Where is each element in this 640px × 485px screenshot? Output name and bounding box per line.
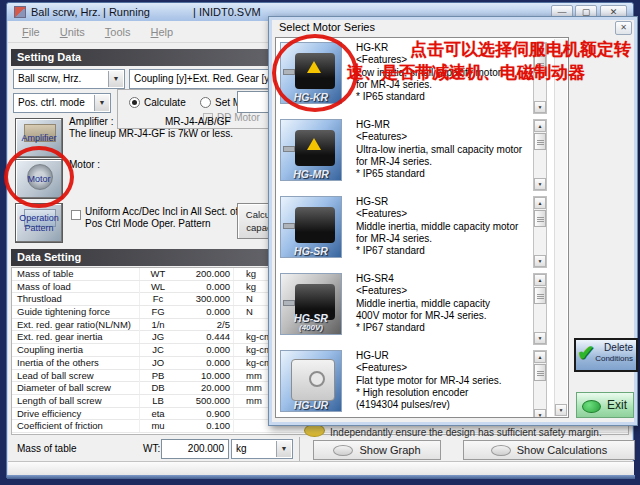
row-value: 0.900 bbox=[176, 408, 234, 420]
mechanism-combobox[interactable]: Ball scrw, Hrz. ▼ bbox=[13, 69, 125, 89]
list-item-hg-sr4[interactable]: HG-SR(400V) HG-SR4 <Features> Middle ine… bbox=[278, 272, 554, 348]
dialog-close-icon[interactable]: ✕ bbox=[615, 21, 632, 35]
scroll-down-icon[interactable]: ▼ bbox=[555, 404, 567, 416]
row-label: Thrustload bbox=[12, 293, 140, 305]
item-scrollbar[interactable]: ▲ ▼ bbox=[533, 119, 547, 191]
edit-unit-value: kg bbox=[236, 443, 247, 454]
row-label: Drive efficiency bbox=[12, 408, 140, 420]
scroll-up-icon[interactable]: ▲ bbox=[534, 274, 546, 286]
show-calculations-label: Show Calculations bbox=[517, 444, 608, 456]
scrollbar-thumb[interactable] bbox=[534, 210, 546, 227]
statusbar bbox=[8, 461, 634, 475]
scrollbar-thumb[interactable] bbox=[534, 364, 546, 381]
edit-value-input[interactable]: 200.000 bbox=[161, 439, 229, 459]
motor-photo-hg-ur[interactable]: HG-UR bbox=[280, 350, 342, 412]
row-symbol: FG bbox=[140, 306, 176, 318]
motor-shaft-icon bbox=[283, 223, 295, 229]
scroll-down-icon[interactable]: ▼ bbox=[534, 101, 546, 113]
mechanism-value: Ball scrw, Hrz. bbox=[18, 73, 81, 84]
row-symbol: WT bbox=[140, 268, 176, 280]
motor-description: HG-UR <Features> Flat type motor for MR-… bbox=[356, 350, 502, 411]
motor-photo-hg-sr4[interactable]: HG-SR(400V) bbox=[280, 273, 342, 335]
delete-conditions-button[interactable]: ✔ Delete Conditions bbox=[574, 338, 638, 372]
item-scrollbar[interactable]: ▲ ▼ bbox=[533, 196, 547, 268]
list-scrollbar[interactable]: ▼ bbox=[554, 39, 567, 416]
row-symbol: mu bbox=[140, 420, 176, 432]
edit-row-label: Mass of table bbox=[17, 443, 76, 454]
annotation-text-line1: 点击可以选择伺服电机额定转 bbox=[410, 38, 631, 61]
operation-pattern-button[interactable]: Operation Pattern bbox=[15, 203, 63, 243]
row-symbol: WL bbox=[140, 281, 176, 293]
scrollbar-thumb[interactable] bbox=[534, 133, 546, 150]
control-mode-value: Pos. ctrl. mode bbox=[18, 97, 85, 108]
show-graph-button[interactable]: Show Graph bbox=[313, 440, 441, 460]
item-scrollbar[interactable]: ▲ ▼ bbox=[533, 350, 547, 418]
list-item-hg-ur[interactable]: HG-UR HG-UR <Features> Flat type motor f… bbox=[278, 349, 554, 418]
exit-oval-icon bbox=[582, 400, 601, 413]
scroll-down-icon[interactable]: ▼ bbox=[534, 255, 546, 267]
scroll-up-icon[interactable]: ▲ bbox=[534, 197, 546, 209]
menu-file[interactable]: File bbox=[14, 24, 48, 40]
motor-photo-hg-mr[interactable]: HG-MR bbox=[280, 119, 342, 181]
calculate-radio[interactable] bbox=[129, 97, 140, 108]
operation-button-label2: Pattern bbox=[16, 223, 62, 233]
scroll-down-icon[interactable]: ▼ bbox=[534, 409, 546, 418]
list-item-hg-sr[interactable]: HG-SR HG-SR <Features> Middle inertia, m… bbox=[278, 195, 554, 271]
chevron-down-icon[interactable]: ▼ bbox=[108, 71, 123, 87]
motor-label: Motor : bbox=[69, 159, 100, 170]
row-value: 200.000 bbox=[176, 268, 234, 280]
row-symbol: JG bbox=[140, 331, 176, 343]
uniform-accdec-label1: Uniform Acc/Dec Incl in All Sect. of bbox=[85, 206, 238, 217]
menu-tools[interactable]: Tools bbox=[97, 24, 139, 40]
amplifier-note: The lineup MR-J4-GF is 7kW or less. bbox=[69, 128, 233, 139]
edit-unit-combobox[interactable]: kg ▼ bbox=[231, 439, 293, 459]
scroll-down-icon[interactable]: ▼ bbox=[534, 332, 546, 344]
annotation-text-line2: 速、是否带减速机、电磁制动器 bbox=[347, 61, 585, 84]
motor-description: HG-SR4 <Features> Middle inertia, middle… bbox=[356, 273, 490, 334]
row-value: 0.444 bbox=[176, 331, 234, 343]
row-value: 0.000 bbox=[176, 344, 234, 356]
scroll-up-icon[interactable]: ▲ bbox=[534, 120, 546, 132]
control-mode-combobox[interactable]: Pos. ctrl. mode ▼ bbox=[13, 93, 111, 113]
menu-units[interactable]: Units bbox=[52, 24, 93, 40]
row-label: Mass of load bbox=[12, 281, 140, 293]
dialog-title: Select Motor Series bbox=[279, 21, 375, 33]
chevron-down-icon[interactable]: ▼ bbox=[94, 95, 109, 111]
chevron-down-icon[interactable]: ▼ bbox=[276, 441, 291, 457]
features-label: <Features> bbox=[356, 285, 490, 297]
show-graph-label: Show Graph bbox=[359, 444, 420, 456]
row-value: 0.000 bbox=[176, 281, 234, 293]
scrollbar-thumb[interactable] bbox=[534, 287, 546, 304]
tile-label: HG-UR bbox=[281, 400, 341, 410]
motor-name: HG-MR bbox=[356, 119, 522, 131]
row-symbol: Fc bbox=[140, 293, 176, 305]
amplifier-value: MR-J4-A/B/GF bbox=[165, 116, 231, 127]
uniform-accdec-checkbox[interactable] bbox=[71, 210, 81, 220]
row-symbol: DB bbox=[140, 382, 176, 394]
edit-row-symbol: WT: bbox=[143, 443, 160, 454]
tile-label: HG-MR bbox=[281, 169, 341, 179]
set-mtr-radio[interactable] bbox=[200, 97, 211, 108]
exit-button[interactable]: Exit bbox=[576, 392, 634, 418]
scroll-up-icon[interactable]: ▲ bbox=[534, 351, 546, 363]
calculations-oval-icon bbox=[491, 445, 511, 456]
show-calculations-button[interactable]: Show Calculations bbox=[463, 440, 635, 460]
tile-label: HG-SR(400V) bbox=[281, 313, 341, 333]
operation-button-label1: Operation bbox=[16, 213, 62, 223]
window-bottom-border bbox=[7, 475, 635, 479]
row-value: 500.000 bbox=[176, 395, 234, 407]
motor-shaft-icon bbox=[283, 300, 295, 306]
list-item-hg-mr[interactable]: HG-MR HG-MR <Features> Ultra-low inertia… bbox=[278, 118, 554, 194]
row-value: 300.000 bbox=[176, 293, 234, 305]
check-icon: ✔ bbox=[577, 342, 595, 364]
row-label: Coefficient of friction bbox=[12, 420, 140, 432]
scroll-down-icon[interactable]: ▼ bbox=[534, 178, 546, 190]
warning-triangle-icon bbox=[307, 138, 321, 150]
motor-photo-hg-sr[interactable]: HG-SR bbox=[280, 196, 342, 258]
menu-help[interactable]: Help bbox=[143, 24, 182, 40]
row-value: 0.000 bbox=[176, 306, 234, 318]
motor-name: HG-SR4 bbox=[356, 273, 490, 285]
row-label: Guide tightening force bbox=[12, 306, 140, 318]
item-scrollbar[interactable]: ▲ ▼ bbox=[533, 273, 547, 345]
row-value: 0.000 bbox=[176, 357, 234, 369]
